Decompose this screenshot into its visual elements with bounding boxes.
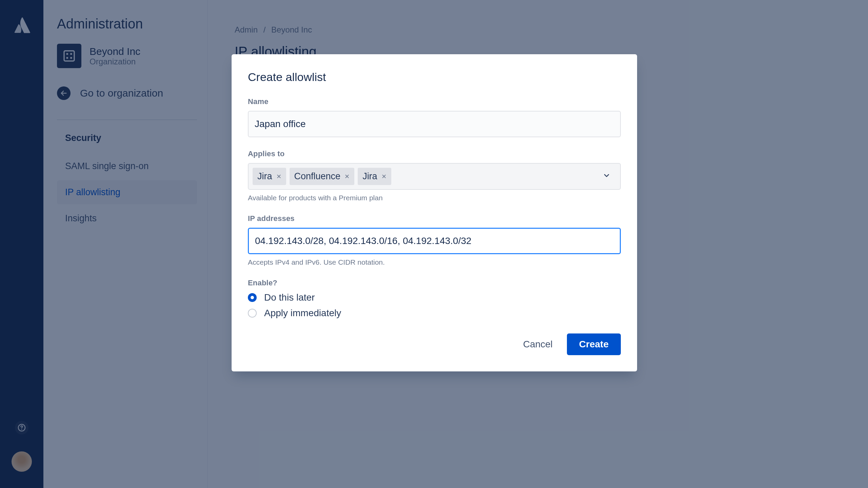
radio-label: Apply immediately	[264, 308, 341, 319]
product-tag: Confluence✕	[290, 168, 355, 185]
create-button[interactable]: Create	[567, 333, 621, 355]
radio-option[interactable]: Apply immediately	[248, 308, 621, 319]
remove-tag-icon[interactable]: ✕	[276, 173, 281, 180]
radio-option[interactable]: Do this later	[248, 292, 621, 303]
remove-tag-icon[interactable]: ✕	[381, 173, 387, 180]
applies-to-select[interactable]: Jira✕Confluence✕Jira✕	[248, 163, 621, 190]
radio-label: Do this later	[264, 292, 315, 303]
applies-to-label: Applies to	[248, 149, 621, 158]
chevron-down-icon	[603, 171, 611, 182]
applies-helper: Available for products with a Premium pl…	[248, 194, 621, 202]
radio-button[interactable]	[248, 309, 257, 318]
name-input[interactable]	[248, 111, 621, 137]
modal-title: Create allowlist	[248, 70, 621, 84]
remove-tag-icon[interactable]: ✕	[344, 173, 350, 180]
product-tag: Jira✕	[358, 168, 391, 185]
cancel-button[interactable]: Cancel	[522, 334, 554, 354]
ip-addresses-label: IP addresses	[248, 214, 621, 223]
ip-helper: Accepts IPv4 and IPv6. Use CIDR notation…	[248, 258, 621, 266]
radio-button[interactable]	[248, 293, 257, 302]
name-label: Name	[248, 97, 621, 106]
ip-addresses-input[interactable]	[248, 228, 621, 254]
create-allowlist-modal: Create allowlist Name Applies to Jira✕Co…	[232, 54, 637, 371]
product-tag: Jira✕	[253, 168, 286, 185]
enable-label: Enable?	[248, 279, 621, 287]
